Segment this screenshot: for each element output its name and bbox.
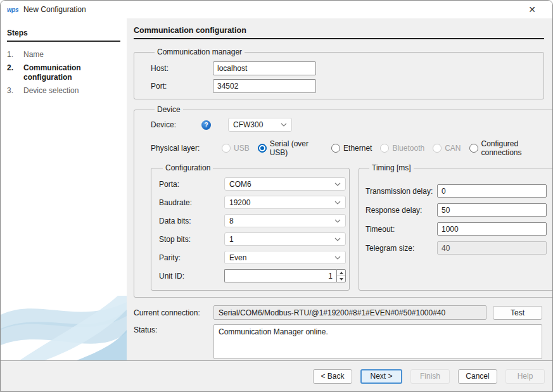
radio-usb-label: USB <box>234 144 250 153</box>
titlebar: wps New Configuration ✕ <box>1 1 552 18</box>
radio-can[interactable]: CAN <box>433 144 461 153</box>
radio-configured-connections-label: Configured connections <box>481 139 553 157</box>
configuration-legend: Configuration <box>163 163 213 172</box>
radio-bluetooth[interactable]: Bluetooth <box>380 144 424 153</box>
response-delay-input[interactable] <box>437 203 547 217</box>
transmission-delay-label: Transmission delay: <box>365 187 437 196</box>
host-label: Host: <box>151 64 213 73</box>
baudrate-label: Baudrate: <box>159 198 224 207</box>
communication-manager-legend: Communication manager <box>155 47 245 56</box>
porta-select[interactable]: COM6 <box>224 177 346 191</box>
step-label: Communication configuration <box>23 63 120 82</box>
device-label: Device: <box>151 120 201 129</box>
wps-app-icon: wps <box>7 6 18 13</box>
data-bits-row: Data bits: 8 <box>159 214 346 227</box>
communication-configuration-panel: Communication configuration Communicatio… <box>127 18 552 360</box>
device-subgroups: Configuration Porta: COM6 Baudrate: 19 <box>151 163 552 291</box>
status-textarea[interactable]: Communication Manager online. <box>213 324 542 359</box>
timeout-row: Timeout: <box>365 222 547 236</box>
device-select[interactable]: CFW300 <box>228 118 292 132</box>
parity-row: Parity: Even <box>159 251 346 264</box>
status-label: Status: <box>134 326 213 334</box>
port-label: Port: <box>151 82 213 91</box>
radio-bluetooth-label: Bluetooth <box>392 144 424 153</box>
step-label: Device selection <box>23 86 120 96</box>
stop-bits-select-value: 1 <box>229 235 334 244</box>
finish-button: Finish <box>410 369 450 384</box>
unit-id-row: Unit ID: <box>159 269 346 282</box>
port-input[interactable] <box>213 79 316 93</box>
parity-select[interactable]: Even <box>224 251 346 264</box>
unit-id-stepper <box>224 269 346 282</box>
dialog-body: Steps 1. Name 2. Communication configura… <box>1 18 552 360</box>
telegram-size-input <box>437 241 547 255</box>
data-bits-select-value: 8 <box>229 217 334 225</box>
radio-bluetooth-icon <box>380 144 389 153</box>
stop-bits-label: Stop bits: <box>159 235 224 244</box>
radio-can-label: CAN <box>445 144 461 153</box>
device-group: Device Device: ? CFW300 Physical layer: <box>134 105 552 298</box>
telegram-size-label: Telegram size: <box>365 244 437 253</box>
configuration-group: Configuration Porta: COM6 Baudrate: 19 <box>151 163 350 291</box>
transmission-delay-input[interactable] <box>437 184 547 198</box>
response-delay-row: Response delay: <box>365 203 547 217</box>
status-row: Status: Communication Manager online. <box>134 324 544 359</box>
cancel-button[interactable]: Cancel <box>458 369 497 384</box>
help-button: Help <box>505 369 545 384</box>
page-title: Communication configuration <box>134 26 544 39</box>
current-connection-label: Current connection: <box>134 308 213 317</box>
timing-group: Timing [ms] Transmission delay: Response… <box>359 163 552 291</box>
data-bits-select[interactable]: 8 <box>224 214 346 227</box>
new-configuration-dialog: wps New Configuration ✕ Steps 1. Name 2.… <box>0 0 553 392</box>
porta-row: Porta: COM6 <box>159 177 346 191</box>
transmission-delay-row: Transmission delay: <box>365 184 547 198</box>
steps-sidebar: Steps 1. Name 2. Communication configura… <box>1 18 127 360</box>
radio-configured-connections[interactable]: Configured connections <box>469 139 553 157</box>
communication-manager-group: Communication manager Host: Port: <box>134 47 544 99</box>
step-number: 2. <box>7 63 23 82</box>
timeout-label: Timeout: <box>365 225 437 234</box>
step-item-device-selection: 3. Device selection <box>7 86 120 96</box>
timeout-input[interactable] <box>437 222 547 236</box>
port-row: Port: <box>151 79 543 93</box>
spin-down-icon[interactable] <box>337 275 345 282</box>
chevron-down-icon <box>334 201 341 205</box>
back-button[interactable]: < Back <box>313 369 352 384</box>
help-icon[interactable]: ? <box>201 120 211 130</box>
radio-serial-label: Serial (over USB) <box>270 139 323 157</box>
radio-usb-icon <box>222 144 231 153</box>
baudrate-select[interactable]: 19200 <box>224 196 346 209</box>
spin-up-icon[interactable] <box>337 270 345 275</box>
baudrate-row: Baudrate: 19200 <box>159 196 346 209</box>
test-button[interactable]: Test <box>493 306 542 320</box>
radio-serial-over-usb[interactable]: Serial (over USB) <box>258 139 323 157</box>
host-input[interactable] <box>213 61 316 75</box>
radio-configured-connections-icon <box>469 144 478 153</box>
baudrate-select-value: 19200 <box>229 198 334 207</box>
response-delay-label: Response delay: <box>365 206 437 215</box>
physical-layer-row: Physical layer: USB Serial (over USB) Et… <box>151 139 552 157</box>
device-select-value: CFW300 <box>233 120 281 129</box>
radio-ethernet[interactable]: Ethernet <box>331 144 372 153</box>
radio-usb[interactable]: USB <box>222 144 250 153</box>
timing-legend: Timing [ms] <box>369 163 414 172</box>
parity-label: Parity: <box>159 253 224 262</box>
chevron-down-icon <box>281 123 287 127</box>
next-button[interactable]: Next > <box>360 369 402 384</box>
chevron-down-icon <box>334 256 341 260</box>
unit-id-input[interactable] <box>224 269 336 282</box>
decorative-swoosh-graphic <box>1 291 127 360</box>
chevron-down-icon <box>334 219 341 223</box>
chevron-down-icon <box>334 237 341 241</box>
physical-layer-label: Physical layer: <box>151 144 222 153</box>
stop-bits-select[interactable]: 1 <box>224 232 346 246</box>
device-legend: Device <box>155 105 183 114</box>
host-row: Host: <box>151 61 543 75</box>
radio-ethernet-label: Ethernet <box>343 144 372 153</box>
radio-ethernet-icon <box>331 144 340 153</box>
close-icon[interactable]: ✕ <box>524 4 540 15</box>
porta-select-value: COM6 <box>229 180 334 189</box>
radio-serial-icon <box>258 144 267 153</box>
data-bits-label: Data bits: <box>159 217 224 225</box>
chevron-down-icon <box>334 182 341 186</box>
